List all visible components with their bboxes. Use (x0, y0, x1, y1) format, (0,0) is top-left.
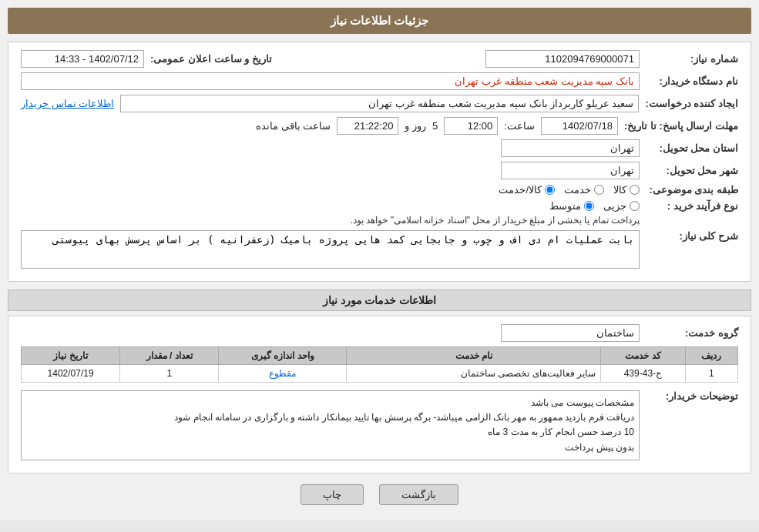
category-option-kala[interactable]: کالا (613, 184, 640, 196)
announcement-value: 1402/07/12 - 14:33 (21, 50, 144, 68)
buyer-notes-content: مشخصات پیوست می باشد دریافت فرم بازدید م… (21, 390, 640, 460)
action-buttons: بازگشت چاپ (8, 484, 751, 513)
category-options: کالا خدمت کالا/خدمت (499, 184, 640, 196)
cell-unit: مقطوع (219, 365, 347, 383)
col-header-unit: واحد اندازه گیری (219, 347, 347, 365)
print-button[interactable]: چاپ (301, 484, 364, 505)
buyer-notes-label: توضیحات خریدار: (646, 390, 738, 402)
services-table-container: ردیف کد خدمت نام خدمت واحد اندازه گیری ت… (21, 346, 738, 383)
time-label: ساعت: (504, 120, 535, 132)
contact-link[interactable]: اطلاعات تماس خریدار (21, 98, 114, 109)
services-table: ردیف کد خدمت نام خدمت واحد اندازه گیری ت… (21, 346, 738, 383)
process-option-jozi[interactable]: جزیی (603, 200, 640, 212)
day-label: روز و (405, 120, 426, 132)
description-textarea[interactable] (21, 230, 640, 269)
note-line-1: مشخصات پیوست می باشد (26, 396, 634, 410)
remaining-time: 21:22:20 (337, 117, 398, 135)
back-button[interactable]: بازگشت (379, 484, 458, 505)
description-label: شرح کلی نیاز: (646, 230, 738, 242)
province-value: تهران (501, 139, 640, 157)
city-value: تهران (501, 162, 640, 179)
deadline-time: 12:00 (444, 117, 498, 135)
category-label: طبقه بندی موضوعی: (646, 184, 738, 196)
category-option-khedmat[interactable]: خدمت (564, 184, 604, 196)
note-line-4: بدون پیش پرداخت (26, 440, 634, 455)
need-number-value: 1102094769000071 (485, 50, 640, 68)
col-header-code: کد خدمت (601, 347, 685, 365)
deadline-date: 1402/07/18 (541, 117, 618, 135)
announcement-label: تاریخ و ساعت اعلان عمومی: (150, 53, 272, 65)
requester-label: ایجاد کننده درخواست: (645, 98, 738, 109)
service-group-value: ساختمان (501, 324, 640, 342)
process-type-label: نوع فرآیند خرید : (646, 200, 738, 212)
province-label: استان محل تحویل: (646, 142, 738, 154)
cell-date: 1402/07/19 (22, 365, 120, 383)
buyer-name-label: نام دستگاه خریدار: (646, 75, 738, 87)
col-header-qty: تعداد / مقدار (120, 347, 219, 365)
service-section-title: اطلاعات خدمات مورد نیاز (8, 289, 751, 311)
remaining-label: ساعت باقی مانده (256, 120, 331, 132)
process-type-options: جزیی متوسط (351, 200, 640, 212)
category-option-both[interactable]: کالا/خدمت (499, 184, 555, 196)
cell-code: ج-43-439 (601, 365, 685, 383)
requester-value: سعید عریلو کاربرداز بانک سپه مدیریت شعب … (120, 95, 639, 112)
days-value: 5 (432, 120, 438, 132)
col-header-name: نام خدمت (347, 347, 601, 365)
process-note: پرداخت تمام یا بخشی از مبلغ خریدار از مح… (351, 215, 640, 226)
cell-name: سایر فعالیت‌های تخصصی ساختمان (347, 365, 601, 383)
process-option-mottawaset[interactable]: متوسط (549, 200, 594, 212)
col-header-date: تاریخ نیاز (22, 347, 120, 365)
buyer-name-value: بانک سپه مدیریت شعب منطقه غرب تهران (21, 72, 640, 90)
deadline-label: مهلت ارسال پاسخ: تا تاریخ: (624, 120, 738, 132)
note-line-3: 10 درصد حسن انجام کار به مدت 3 ماه (26, 425, 634, 440)
need-number-label: شماره نیاز: (646, 53, 738, 65)
note-line-2: دریافت فرم بازدید ممهور به مهر بانک الزا… (26, 410, 634, 425)
cell-qty: 1 (120, 365, 219, 383)
table-row: 1 ج-43-439 سایر فعالیت‌های تخصصی ساختمان… (22, 365, 738, 383)
col-header-row: ردیف (685, 347, 737, 365)
city-label: شهر محل تحویل: (646, 165, 738, 176)
service-group-label: گروه خدمت: (646, 327, 738, 339)
cell-row-num: 1 (685, 365, 737, 383)
page-title: جزئیات اطلاعات نیاز (8, 8, 751, 34)
